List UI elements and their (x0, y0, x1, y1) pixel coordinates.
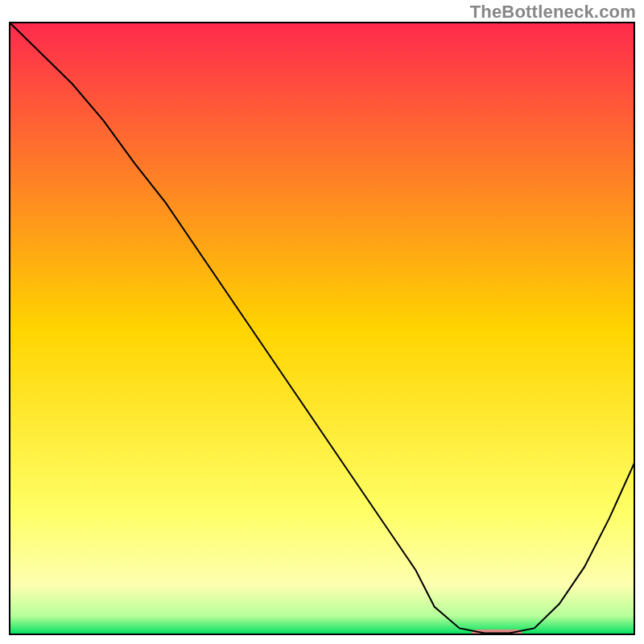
gradient-background (10, 23, 634, 634)
chart-container: TheBottleneck.com (0, 0, 644, 644)
watermark-text: TheBottleneck.com (470, 2, 636, 23)
chart-svg (0, 0, 644, 644)
